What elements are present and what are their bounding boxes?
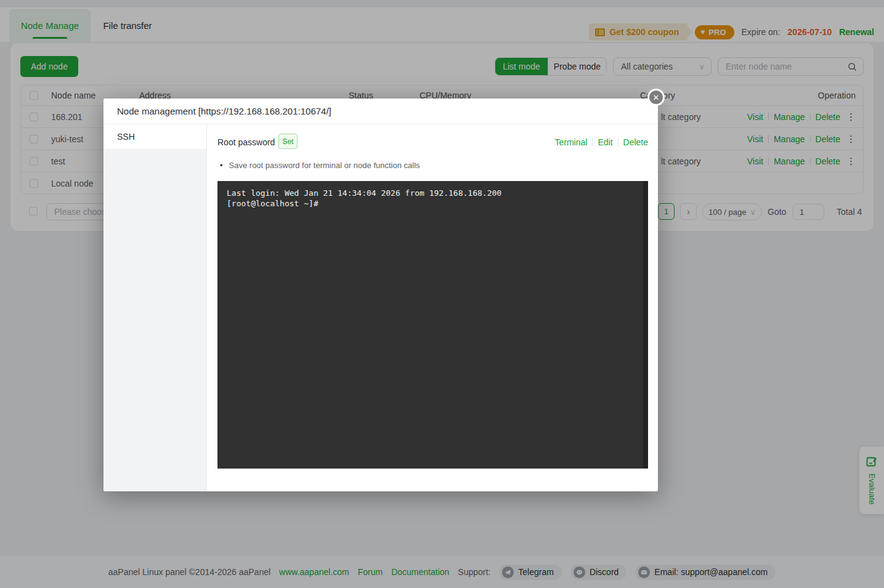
modal-header: Node management [https://192.168.168.201… — [103, 99, 658, 124]
set-password-button[interactable]: Set — [278, 134, 298, 149]
root-password-hint: Save root password for terminal or node … — [220, 161, 420, 170]
divider — [592, 139, 593, 147]
terminal-link[interactable]: Terminal — [555, 137, 588, 147]
close-icon: ✕ — [653, 93, 660, 102]
divider — [618, 139, 618, 147]
modal-action-links: Terminal Edit Delete — [555, 135, 649, 150]
node-management-modal: Node management [https://192.168.168.201… — [103, 99, 658, 491]
close-button[interactable]: ✕ — [647, 89, 665, 106]
terminal-line: Last login: Wed Jan 21 14:34:04 2026 fro… — [227, 188, 635, 198]
node-manage-page: Node Manage File transfer Get $200 coupo… — [0, 0, 884, 588]
sidebar-item-ssh[interactable]: SSH — [103, 124, 206, 149]
ssh-terminal[interactable]: Last login: Wed Jan 21 14:34:04 2026 fro… — [217, 181, 648, 469]
modal-body: Root password Set Terminal Edit Delete S… — [207, 124, 658, 491]
root-password-label: Root password — [217, 135, 275, 150]
delete-link[interactable]: Delete — [623, 137, 648, 147]
modal-title: Node management [https://192.168.168.201… — [117, 106, 331, 116]
edit-link[interactable]: Edit — [598, 137, 612, 147]
modal-sidebar: SSH — [103, 124, 207, 491]
terminal-line: [root@localhost ~]# — [227, 198, 635, 209]
